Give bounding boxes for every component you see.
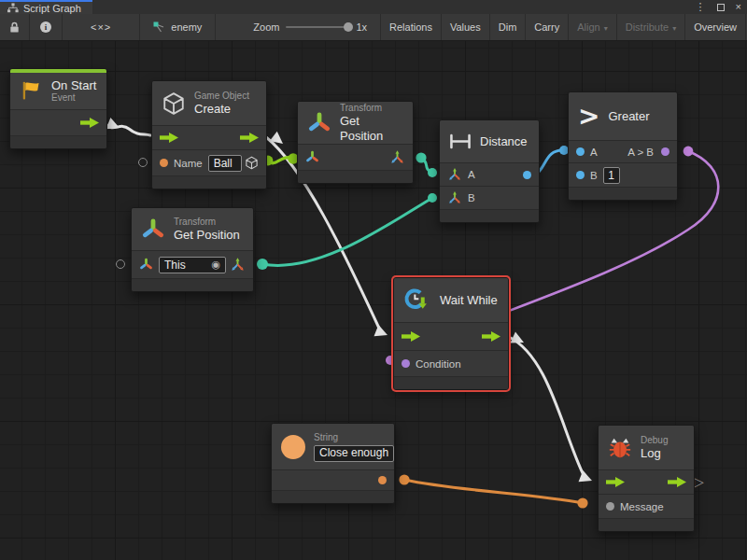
overview-button[interactable]: Overview (685, 14, 746, 40)
node-debug-log[interactable]: Debug Log Message (598, 425, 695, 532)
string-input-port[interactable] (160, 159, 168, 167)
node-distance[interactable]: Distance A B (439, 119, 540, 223)
node-subtitle: Event (51, 92, 96, 104)
node-footer (440, 210, 539, 222)
port-label: Name (174, 158, 203, 169)
distance-icon (449, 133, 472, 149)
node-title: Get Position (174, 228, 240, 243)
node-title: Greater (608, 109, 649, 124)
node-category: Game Object (194, 91, 249, 102)
breadcrumb[interactable]: enemy (140, 14, 216, 40)
port-label: B (590, 170, 598, 181)
script-graph-window: Script Graph ⋮ × i <×> enemy (0, 0, 747, 560)
string-type-icon (281, 435, 305, 459)
lock-button[interactable] (0, 14, 30, 40)
string-value-field[interactable]: Close enough! (314, 445, 394, 462)
zoom-label: Zoom (253, 21, 279, 33)
node-footer (132, 279, 253, 291)
tab-script-graph[interactable]: Script Graph (0, 0, 92, 14)
node-get-position-this[interactable]: Transform Get Position This ◉ (131, 207, 254, 292)
unconnected-flow-indicator[interactable]: ▷ (694, 475, 704, 488)
node-title: Log (641, 446, 668, 461)
info-button[interactable]: i (30, 14, 63, 40)
game-object-output-port[interactable] (245, 156, 259, 170)
bug-icon (608, 436, 632, 460)
wire-control-waitwhile-debug (509, 337, 584, 475)
align-dropdown[interactable]: Align ▾ (569, 14, 616, 40)
transform-icon (307, 111, 331, 135)
node-title: Distance (480, 134, 528, 149)
node-title: Wait While (440, 293, 498, 308)
target-field[interactable]: This ◉ (159, 257, 226, 273)
float-input-port[interactable] (576, 171, 585, 179)
node-title: Get Position (340, 114, 403, 143)
carry-button[interactable]: Carry (526, 14, 569, 40)
window-close-button[interactable]: × (736, 2, 741, 12)
chevron-down-icon: ▾ (604, 24, 608, 33)
vector3-output-port[interactable] (389, 149, 405, 165)
port-label: Condition (416, 358, 461, 370)
window-maximize-button[interactable] (717, 4, 725, 11)
unconnected-port-indicator[interactable] (138, 158, 148, 167)
bool-output-port[interactable] (661, 147, 669, 156)
node-footer (272, 491, 394, 503)
name-value-field[interactable]: Ball (208, 155, 242, 172)
flow-output-port[interactable] (80, 118, 99, 128)
window-tab-bar: Script Graph ⋮ × (0, 0, 747, 14)
graph-canvas[interactable]: ▷ On Start Event (0, 41, 747, 560)
port-label: Message (620, 501, 664, 512)
code-icon: <×> (91, 21, 111, 33)
node-string-literal[interactable]: String Close enough! (271, 423, 395, 504)
flow-input-port[interactable] (160, 133, 178, 143)
float-input-port[interactable] (576, 147, 585, 156)
node-game-object-create[interactable]: Game Object Create Name Ball (151, 80, 267, 189)
flow-input-port[interactable] (606, 477, 625, 487)
greater-icon: > (578, 104, 599, 130)
unconnected-port-indicator[interactable] (116, 259, 125, 269)
vector3-output-port[interactable] (230, 257, 246, 273)
port-label: A > B (627, 147, 654, 158)
flow-output-port[interactable] (482, 331, 500, 342)
values-button[interactable]: Values (442, 14, 490, 40)
wait-clock-icon (403, 287, 431, 315)
flow-input-port[interactable] (402, 331, 420, 342)
float-output-port[interactable] (523, 171, 531, 179)
string-output-port[interactable] (378, 476, 387, 484)
bool-input-port[interactable] (402, 359, 410, 368)
info-icon: i (40, 21, 51, 33)
node-on-start-event[interactable]: On Start Event (9, 68, 107, 149)
node-category: Debug (641, 435, 668, 446)
transform-input-port[interactable] (139, 258, 153, 272)
b-value-field[interactable]: 1 (603, 167, 620, 184)
wire-string-debug-message (404, 480, 583, 503)
zoom-slider-handle[interactable] (344, 22, 353, 32)
node-get-position-top[interactable]: Transform Get Position (297, 101, 414, 184)
port-label: A (468, 169, 475, 180)
dim-button[interactable]: Dim (490, 14, 527, 40)
target-picker-icon[interactable]: ◉ (205, 259, 220, 271)
cube-icon (162, 91, 186, 116)
message-input-port[interactable] (606, 502, 614, 511)
node-greater[interactable]: > Greater A A > B B 1 (568, 91, 678, 201)
vector3-input-port[interactable] (447, 190, 462, 205)
window-menu-button[interactable]: ⋮ (696, 2, 706, 12)
lock-icon (8, 21, 21, 34)
zoom-value: 1x (356, 21, 367, 33)
distribute-dropdown[interactable]: Distribute ▾ (617, 14, 685, 40)
zoom-slider[interactable] (286, 26, 349, 28)
relations-button[interactable]: Relations (381, 14, 442, 40)
node-category: String (314, 432, 394, 443)
code-view-button[interactable]: <×> (63, 14, 140, 40)
node-title: On Start (51, 78, 96, 93)
flow-output-port[interactable] (668, 477, 686, 487)
transform-input-port[interactable] (305, 150, 319, 164)
flag-icon (20, 79, 43, 103)
breadcrumb-label: enemy (171, 21, 202, 33)
flow-output-port[interactable] (240, 133, 259, 143)
vector3-input-port[interactable] (447, 167, 462, 182)
node-wait-while[interactable]: Wait While Condition (393, 277, 509, 390)
node-title: Create (194, 102, 249, 117)
graph-breadcrumb-icon (153, 21, 165, 34)
node-category: Transform (340, 103, 403, 114)
chevron-down-icon: ▾ (672, 24, 676, 33)
